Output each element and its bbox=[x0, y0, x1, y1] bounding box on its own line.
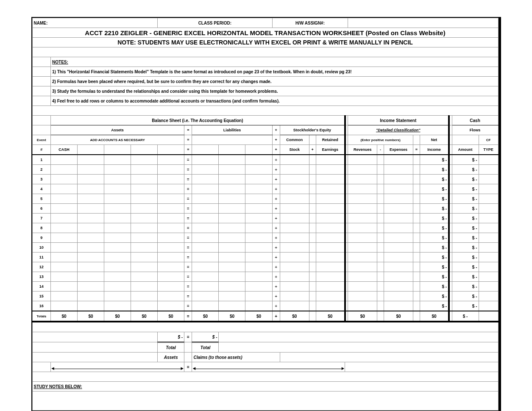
stock-cell[interactable] bbox=[280, 175, 309, 184]
earnings-cell[interactable] bbox=[316, 272, 345, 282]
stock-cell[interactable] bbox=[280, 262, 309, 272]
cash-cell[interactable] bbox=[51, 214, 78, 223]
revenues-cell[interactable] bbox=[348, 262, 377, 272]
expenses-cell[interactable] bbox=[384, 301, 413, 311]
earnings-cell[interactable] bbox=[316, 214, 345, 223]
cash-cell[interactable] bbox=[51, 223, 78, 233]
type-cell[interactable] bbox=[479, 262, 498, 272]
revenues-cell[interactable] bbox=[348, 194, 377, 204]
type-cell[interactable] bbox=[479, 272, 498, 282]
revenues-cell[interactable] bbox=[348, 223, 377, 233]
type-cell[interactable] bbox=[479, 282, 498, 292]
type-cell[interactable] bbox=[479, 175, 498, 184]
revenues-cell[interactable] bbox=[348, 301, 377, 311]
stock-cell[interactable] bbox=[280, 214, 309, 223]
earnings-cell[interactable] bbox=[316, 233, 345, 243]
revenues-cell[interactable] bbox=[348, 253, 377, 262]
expenses-cell[interactable] bbox=[384, 292, 413, 301]
earnings-cell[interactable] bbox=[316, 282, 345, 292]
earnings-cell[interactable] bbox=[316, 194, 345, 204]
expenses-cell[interactable] bbox=[384, 194, 413, 204]
stock-cell[interactable] bbox=[280, 301, 309, 311]
expenses-cell[interactable] bbox=[384, 223, 413, 233]
revenues-cell[interactable] bbox=[348, 292, 377, 301]
earnings-cell[interactable] bbox=[316, 292, 345, 301]
cash-cell[interactable] bbox=[51, 175, 78, 184]
earnings-cell[interactable] bbox=[316, 184, 345, 194]
revenues-cell[interactable] bbox=[348, 184, 377, 194]
row-number: 10 bbox=[32, 243, 51, 253]
stock-cell[interactable] bbox=[280, 165, 309, 175]
expenses-cell[interactable] bbox=[384, 282, 413, 292]
expenses-cell[interactable] bbox=[384, 175, 413, 184]
expenses-cell[interactable] bbox=[384, 155, 413, 165]
revenues-cell[interactable] bbox=[348, 155, 377, 165]
table-row: 5=+$ -$ - bbox=[32, 194, 498, 204]
revenues-cell[interactable] bbox=[348, 214, 377, 223]
type-cell[interactable] bbox=[479, 155, 498, 165]
earnings-cell[interactable] bbox=[316, 175, 345, 184]
earnings-cell[interactable] bbox=[316, 204, 345, 214]
type-cell[interactable] bbox=[479, 214, 498, 223]
cash-cell[interactable] bbox=[51, 184, 78, 194]
earnings-cell[interactable] bbox=[316, 243, 345, 253]
revenues-cell[interactable] bbox=[348, 204, 377, 214]
expenses-cell[interactable] bbox=[384, 262, 413, 272]
type-cell[interactable] bbox=[479, 292, 498, 301]
cash-cell[interactable] bbox=[51, 243, 78, 253]
expenses-cell[interactable] bbox=[384, 233, 413, 243]
earnings-cell[interactable] bbox=[316, 301, 345, 311]
stock-cell[interactable] bbox=[280, 282, 309, 292]
cash-cell[interactable] bbox=[51, 262, 78, 272]
net-header: Net bbox=[420, 135, 449, 145]
cash-cell[interactable] bbox=[51, 292, 78, 301]
expenses-cell[interactable] bbox=[384, 165, 413, 175]
type-cell[interactable] bbox=[479, 253, 498, 262]
cash-cell[interactable] bbox=[51, 272, 78, 282]
expenses-cell[interactable] bbox=[384, 253, 413, 262]
earnings-cell[interactable] bbox=[316, 253, 345, 262]
stock-cell[interactable] bbox=[280, 292, 309, 301]
cash-cell[interactable] bbox=[51, 282, 78, 292]
stock-cell[interactable] bbox=[280, 155, 309, 165]
earnings-cell[interactable] bbox=[316, 155, 345, 165]
expenses-cell[interactable] bbox=[384, 184, 413, 194]
expenses-cell[interactable] bbox=[384, 243, 413, 253]
stock-cell[interactable] bbox=[280, 204, 309, 214]
cash-cell[interactable] bbox=[51, 155, 78, 165]
revenues-cell[interactable] bbox=[348, 272, 377, 282]
cash-cell[interactable] bbox=[51, 194, 78, 204]
earnings-cell[interactable] bbox=[316, 223, 345, 233]
stock-cell[interactable] bbox=[280, 223, 309, 233]
expenses-cell[interactable] bbox=[384, 272, 413, 282]
revenues-cell[interactable] bbox=[348, 175, 377, 184]
type-cell[interactable] bbox=[479, 233, 498, 243]
type-cell[interactable] bbox=[479, 194, 498, 204]
expenses-cell[interactable] bbox=[384, 204, 413, 214]
revenues-cell[interactable] bbox=[348, 282, 377, 292]
cash-cell[interactable] bbox=[51, 253, 78, 262]
stock-cell[interactable] bbox=[280, 243, 309, 253]
stock-cell[interactable] bbox=[280, 194, 309, 204]
stock-cell[interactable] bbox=[280, 272, 309, 282]
type-header: TYPE bbox=[479, 145, 498, 155]
revenues-cell[interactable] bbox=[348, 165, 377, 175]
stock-cell[interactable] bbox=[280, 184, 309, 194]
cash-cell[interactable] bbox=[51, 301, 78, 311]
earnings-cell[interactable] bbox=[316, 262, 345, 272]
expenses-cell[interactable] bbox=[384, 214, 413, 223]
stock-cell[interactable] bbox=[280, 253, 309, 262]
type-cell[interactable] bbox=[479, 243, 498, 253]
type-cell[interactable] bbox=[479, 204, 498, 214]
cash-cell[interactable] bbox=[51, 233, 78, 243]
earnings-cell[interactable] bbox=[316, 165, 345, 175]
type-cell[interactable] bbox=[479, 165, 498, 175]
revenues-cell[interactable] bbox=[348, 233, 377, 243]
cash-cell[interactable] bbox=[51, 165, 78, 175]
stock-cell[interactable] bbox=[280, 233, 309, 243]
type-cell[interactable] bbox=[479, 223, 498, 233]
revenues-cell[interactable] bbox=[348, 243, 377, 253]
cash-cell[interactable] bbox=[51, 204, 78, 214]
type-cell[interactable] bbox=[479, 301, 498, 311]
type-cell[interactable] bbox=[479, 184, 498, 194]
